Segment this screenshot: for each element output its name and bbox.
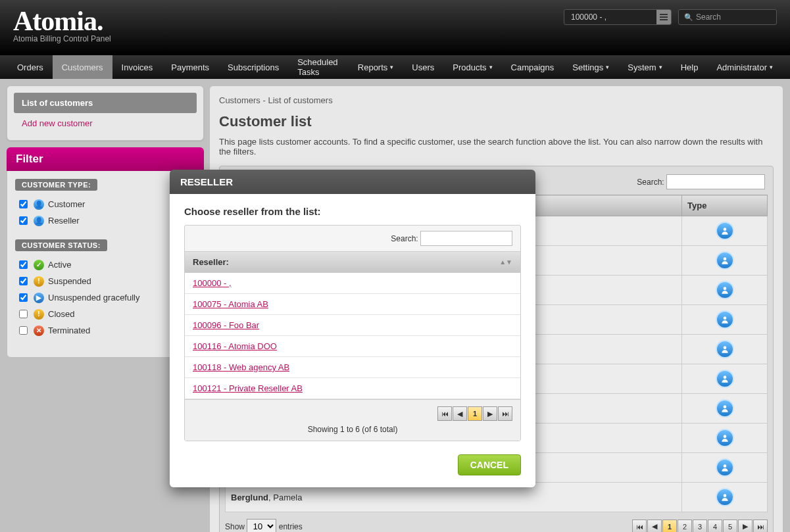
header-right: 100000 - , 🔍 Search [564,9,777,25]
pager-prev[interactable]: ⏮ [632,520,647,533]
status-icon: ✓ [34,260,44,270]
pager-next[interactable]: ⏭ [498,406,512,421]
global-search-placeholder: Search [696,12,721,22]
brand-name: Atomia. [13,5,111,37]
customer-type-icon [716,488,734,506]
nav-invoices[interactable]: Invoices [112,55,162,79]
filter-status-closed[interactable]: !Closed [16,306,195,322]
reseller-list-item: 100118 - Web agency AB [185,357,520,378]
main-nav: OrdersCustomersInvoicesPaymentsSubscript… [0,55,790,79]
nav-customers[interactable]: Customers [53,55,112,79]
modal-column-header[interactable]: Reseller: ▲▼ [185,251,520,273]
customer-type-icon [716,310,734,329]
breadcrumb: Customers - List of customers [219,95,774,105]
entries-select[interactable]: 10 [247,519,276,532]
nav-users[interactable]: Users [403,55,443,79]
modal-search-input[interactable] [420,231,512,246]
pager-next[interactable]: ⏭ [753,520,768,533]
svg-point-2 [723,287,726,290]
nav-campaigns[interactable]: Campaigns [502,55,564,79]
table-pager: ⏮◀12345▶⏭ [632,520,768,533]
page-title: Customer list [219,113,774,130]
col-type[interactable]: Type [682,195,768,216]
nav-administrator[interactable]: Administrator▾ [707,55,782,79]
pager-prev[interactable]: ◀ [453,406,467,421]
entries-label: entries [279,522,303,531]
search-icon: 🔍 [684,13,693,22]
nav-settings[interactable]: Settings▾ [563,55,618,79]
customer-type-icon [716,251,734,270]
reseller-list-item: 100116 - Atomia DOO [185,336,520,357]
nav-subscriptions[interactable]: Subscriptions [218,55,288,79]
brand-subtitle: Atomia Billing Control Panel [13,34,111,43]
reseller-link[interactable]: 100116 - Atomia DOO [193,341,277,351]
nav-system[interactable]: System▾ [618,55,671,79]
reseller-selector-button[interactable] [656,10,671,24]
customer-type-icon [716,281,734,299]
chevron-down-icon: ▾ [770,64,773,70]
filter-title: Filter [7,147,204,171]
pager-page[interactable]: 3 [693,520,707,533]
cancel-button[interactable]: CANCEL [458,454,521,475]
pager-next[interactable]: ▶ [483,406,497,421]
modal-subtitle: Choose reseller from the list: [184,206,521,217]
filter-status-unsuspended-gracefully[interactable]: ▶Unsuspended gracefully [16,289,195,306]
brand: Atomia. Atomia Billing Control Panel [13,5,111,43]
status-icon: ▶ [34,293,44,303]
filter-type-reseller[interactable]: 👤Reseller [16,212,195,229]
svg-point-5 [723,375,726,379]
filter-status-active[interactable]: ✓Active [16,256,195,273]
reseller-link[interactable]: 100000 - , [193,278,232,288]
local-nav-add-new-customer[interactable]: Add new customer [14,113,197,133]
chevron-down-icon: ▾ [390,64,393,70]
nav-products[interactable]: Products▾ [443,55,501,79]
filter-type-customer[interactable]: 👤Customer [16,196,195,212]
reseller-list-item: 100000 - , [185,273,520,294]
chevron-down-icon: ▾ [659,64,662,70]
filter-status-list: ✓Active!Suspended▶Unsuspended gracefully… [16,256,195,339]
pager-page[interactable]: 1 [662,520,677,533]
pager-prev[interactable]: ◀ [647,520,662,533]
filter-type-list: 👤Customer👤Reseller [16,196,195,229]
sort-icon: ▲▼ [499,258,512,266]
filter-status-terminated[interactable]: ✕Terminated [16,322,195,339]
reseller-link[interactable]: 100075 - Atomia AB [193,299,268,309]
reseller-selector[interactable]: 100000 - , [564,9,672,25]
pager-prev[interactable]: ⏮ [437,406,452,421]
pager-page[interactable]: 2 [678,520,692,533]
customer-type-icon [716,429,734,447]
nav-orders[interactable]: Orders [8,55,53,79]
reseller-list-panel: Search: Reseller: ▲▼ 100000 - ,100075 - … [184,225,521,441]
nav-payments[interactable]: Payments [162,55,218,79]
reseller-link[interactable]: 100121 - Private Reseller AB [193,383,303,393]
global-search[interactable]: 🔍 Search [678,9,777,25]
pager-page[interactable]: 1 [468,406,482,421]
svg-point-1 [723,257,726,260]
chevron-down-icon: ▾ [489,64,493,70]
nav-reports[interactable]: Reports▾ [349,55,403,79]
reseller-selector-value: 100000 - , [564,10,656,24]
nav-scheduled-tasks[interactable]: Scheduled Tasks [288,55,349,79]
svg-point-7 [723,435,726,438]
modal-search-label: Search: [391,234,418,243]
customer-type-icon [716,222,734,240]
pager-page[interactable]: 4 [708,520,722,533]
reseller-link[interactable]: 100096 - Foo Bar [193,320,259,330]
filter-status-suspended[interactable]: !Suspended [16,273,195,289]
chevron-down-icon: ▾ [606,64,609,70]
hamburger-icon [660,16,668,18]
show-label: Show [225,522,245,531]
svg-point-3 [723,316,726,320]
svg-point-0 [723,228,726,231]
pager-next[interactable]: ▶ [738,520,753,533]
reseller-link[interactable]: 100118 - Web agency AB [193,362,289,372]
local-nav: List of customersAdd new customer [14,93,197,133]
customer-type-icon [716,399,734,418]
pager-page[interactable]: 5 [723,520,737,533]
svg-point-8 [723,464,726,468]
status-icon: ! [34,276,44,287]
table-search-input[interactable] [666,174,765,189]
status-icon: ✕ [34,326,44,336]
nav-help[interactable]: Help [672,55,708,79]
table-search-label: Search: [637,178,664,187]
